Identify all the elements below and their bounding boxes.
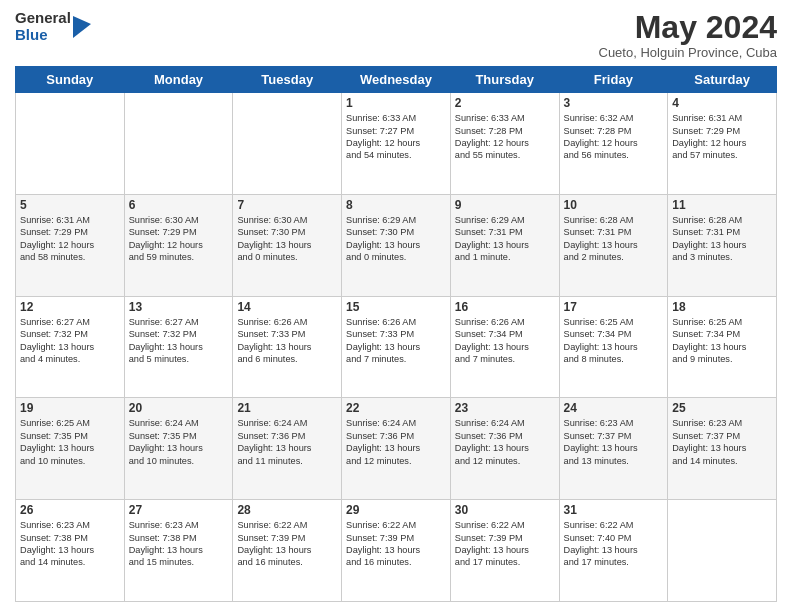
day-info: Sunrise: 6:28 AMSunset: 7:31 PMDaylight:… <box>564 214 664 264</box>
day-info: Sunrise: 6:24 AMSunset: 7:35 PMDaylight:… <box>129 417 229 467</box>
header: General Blue May 2024 Cueto, Holguin Pro… <box>15 10 777 60</box>
day-number: 12 <box>20 300 120 314</box>
table-row: 4Sunrise: 6:31 AMSunset: 7:29 PMDaylight… <box>668 93 777 195</box>
calendar-week-3: 12Sunrise: 6:27 AMSunset: 7:32 PMDayligh… <box>16 296 777 398</box>
day-number: 8 <box>346 198 446 212</box>
day-number: 16 <box>455 300 555 314</box>
table-row <box>668 500 777 602</box>
day-number: 9 <box>455 198 555 212</box>
day-info: Sunrise: 6:33 AMSunset: 7:27 PMDaylight:… <box>346 112 446 162</box>
table-row: 20Sunrise: 6:24 AMSunset: 7:35 PMDayligh… <box>124 398 233 500</box>
table-row: 9Sunrise: 6:29 AMSunset: 7:31 PMDaylight… <box>450 194 559 296</box>
table-row: 26Sunrise: 6:23 AMSunset: 7:38 PMDayligh… <box>16 500 125 602</box>
logo-blue: Blue <box>15 27 71 44</box>
table-row: 17Sunrise: 6:25 AMSunset: 7:34 PMDayligh… <box>559 296 668 398</box>
day-number: 2 <box>455 96 555 110</box>
table-row: 22Sunrise: 6:24 AMSunset: 7:36 PMDayligh… <box>342 398 451 500</box>
day-number: 6 <box>129 198 229 212</box>
day-number: 19 <box>20 401 120 415</box>
calendar-week-5: 26Sunrise: 6:23 AMSunset: 7:38 PMDayligh… <box>16 500 777 602</box>
day-info: Sunrise: 6:23 AMSunset: 7:38 PMDaylight:… <box>129 519 229 569</box>
day-info: Sunrise: 6:30 AMSunset: 7:30 PMDaylight:… <box>237 214 337 264</box>
day-info: Sunrise: 6:23 AMSunset: 7:37 PMDaylight:… <box>564 417 664 467</box>
day-number: 7 <box>237 198 337 212</box>
table-row: 24Sunrise: 6:23 AMSunset: 7:37 PMDayligh… <box>559 398 668 500</box>
day-info: Sunrise: 6:31 AMSunset: 7:29 PMDaylight:… <box>20 214 120 264</box>
day-number: 10 <box>564 198 664 212</box>
table-row: 10Sunrise: 6:28 AMSunset: 7:31 PMDayligh… <box>559 194 668 296</box>
location: Cueto, Holguin Province, Cuba <box>599 45 778 60</box>
table-row: 1Sunrise: 6:33 AMSunset: 7:27 PMDaylight… <box>342 93 451 195</box>
day-number: 15 <box>346 300 446 314</box>
day-number: 30 <box>455 503 555 517</box>
day-info: Sunrise: 6:31 AMSunset: 7:29 PMDaylight:… <box>672 112 772 162</box>
table-row <box>124 93 233 195</box>
day-number: 27 <box>129 503 229 517</box>
table-row: 19Sunrise: 6:25 AMSunset: 7:35 PMDayligh… <box>16 398 125 500</box>
table-row: 12Sunrise: 6:27 AMSunset: 7:32 PMDayligh… <box>16 296 125 398</box>
table-row: 2Sunrise: 6:33 AMSunset: 7:28 PMDaylight… <box>450 93 559 195</box>
day-number: 14 <box>237 300 337 314</box>
table-row: 15Sunrise: 6:26 AMSunset: 7:33 PMDayligh… <box>342 296 451 398</box>
day-info: Sunrise: 6:24 AMSunset: 7:36 PMDaylight:… <box>237 417 337 467</box>
table-row: 13Sunrise: 6:27 AMSunset: 7:32 PMDayligh… <box>124 296 233 398</box>
day-number: 5 <box>20 198 120 212</box>
table-row: 23Sunrise: 6:24 AMSunset: 7:36 PMDayligh… <box>450 398 559 500</box>
day-number: 29 <box>346 503 446 517</box>
header-saturday: Saturday <box>668 67 777 93</box>
header-sunday: Sunday <box>16 67 125 93</box>
header-tuesday: Tuesday <box>233 67 342 93</box>
day-number: 21 <box>237 401 337 415</box>
day-number: 28 <box>237 503 337 517</box>
svg-marker-0 <box>73 16 91 38</box>
table-row: 16Sunrise: 6:26 AMSunset: 7:34 PMDayligh… <box>450 296 559 398</box>
page: General Blue May 2024 Cueto, Holguin Pro… <box>0 0 792 612</box>
table-row: 7Sunrise: 6:30 AMSunset: 7:30 PMDaylight… <box>233 194 342 296</box>
day-info: Sunrise: 6:24 AMSunset: 7:36 PMDaylight:… <box>455 417 555 467</box>
month-title: May 2024 <box>599 10 778 45</box>
header-thursday: Thursday <box>450 67 559 93</box>
table-row: 8Sunrise: 6:29 AMSunset: 7:30 PMDaylight… <box>342 194 451 296</box>
day-info: Sunrise: 6:22 AMSunset: 7:39 PMDaylight:… <box>346 519 446 569</box>
table-row <box>233 93 342 195</box>
table-row: 11Sunrise: 6:28 AMSunset: 7:31 PMDayligh… <box>668 194 777 296</box>
day-info: Sunrise: 6:26 AMSunset: 7:33 PMDaylight:… <box>237 316 337 366</box>
logo: General Blue <box>15 10 91 43</box>
day-info: Sunrise: 6:28 AMSunset: 7:31 PMDaylight:… <box>672 214 772 264</box>
calendar-week-1: 1Sunrise: 6:33 AMSunset: 7:27 PMDaylight… <box>16 93 777 195</box>
table-row: 14Sunrise: 6:26 AMSunset: 7:33 PMDayligh… <box>233 296 342 398</box>
day-info: Sunrise: 6:24 AMSunset: 7:36 PMDaylight:… <box>346 417 446 467</box>
day-info: Sunrise: 6:27 AMSunset: 7:32 PMDaylight:… <box>20 316 120 366</box>
day-info: Sunrise: 6:29 AMSunset: 7:31 PMDaylight:… <box>455 214 555 264</box>
header-wednesday: Wednesday <box>342 67 451 93</box>
table-row: 27Sunrise: 6:23 AMSunset: 7:38 PMDayligh… <box>124 500 233 602</box>
table-row: 3Sunrise: 6:32 AMSunset: 7:28 PMDaylight… <box>559 93 668 195</box>
day-info: Sunrise: 6:23 AMSunset: 7:38 PMDaylight:… <box>20 519 120 569</box>
day-info: Sunrise: 6:22 AMSunset: 7:39 PMDaylight:… <box>455 519 555 569</box>
day-number: 18 <box>672 300 772 314</box>
day-info: Sunrise: 6:25 AMSunset: 7:34 PMDaylight:… <box>564 316 664 366</box>
logo-general: General <box>15 10 71 27</box>
table-row: 31Sunrise: 6:22 AMSunset: 7:40 PMDayligh… <box>559 500 668 602</box>
logo-icon <box>73 16 91 38</box>
day-number: 13 <box>129 300 229 314</box>
day-number: 25 <box>672 401 772 415</box>
day-info: Sunrise: 6:22 AMSunset: 7:40 PMDaylight:… <box>564 519 664 569</box>
table-row: 18Sunrise: 6:25 AMSunset: 7:34 PMDayligh… <box>668 296 777 398</box>
day-info: Sunrise: 6:27 AMSunset: 7:32 PMDaylight:… <box>129 316 229 366</box>
day-info: Sunrise: 6:25 AMSunset: 7:35 PMDaylight:… <box>20 417 120 467</box>
calendar-header-row: Sunday Monday Tuesday Wednesday Thursday… <box>16 67 777 93</box>
day-number: 26 <box>20 503 120 517</box>
day-info: Sunrise: 6:33 AMSunset: 7:28 PMDaylight:… <box>455 112 555 162</box>
day-info: Sunrise: 6:30 AMSunset: 7:29 PMDaylight:… <box>129 214 229 264</box>
table-row: 21Sunrise: 6:24 AMSunset: 7:36 PMDayligh… <box>233 398 342 500</box>
calendar-table: Sunday Monday Tuesday Wednesday Thursday… <box>15 66 777 602</box>
day-number: 17 <box>564 300 664 314</box>
day-number: 24 <box>564 401 664 415</box>
day-info: Sunrise: 6:32 AMSunset: 7:28 PMDaylight:… <box>564 112 664 162</box>
table-row: 30Sunrise: 6:22 AMSunset: 7:39 PMDayligh… <box>450 500 559 602</box>
day-number: 22 <box>346 401 446 415</box>
day-number: 20 <box>129 401 229 415</box>
day-info: Sunrise: 6:26 AMSunset: 7:33 PMDaylight:… <box>346 316 446 366</box>
day-number: 31 <box>564 503 664 517</box>
